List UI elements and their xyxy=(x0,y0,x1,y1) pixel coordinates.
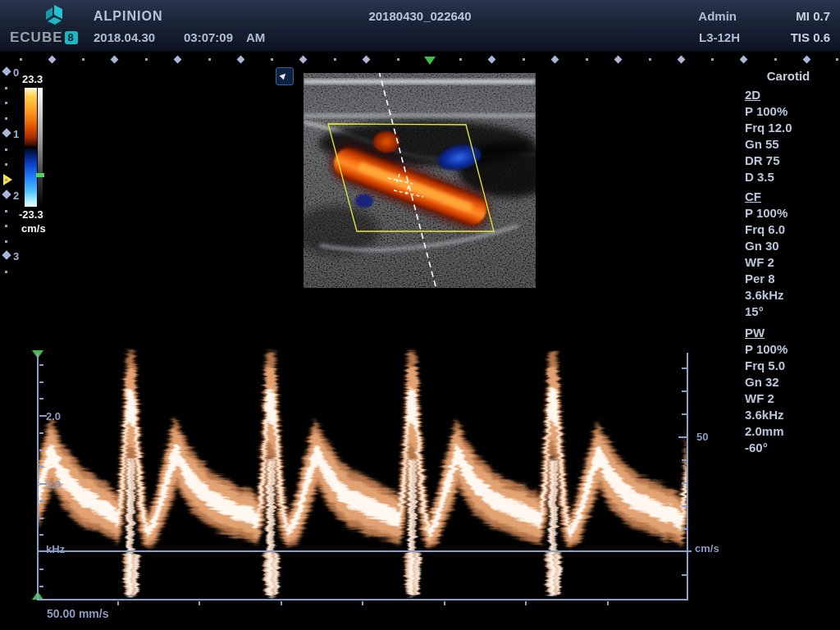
velocity-tick xyxy=(682,413,687,415)
section-title-2d: 2D xyxy=(745,87,838,103)
depth-label-2: 2 xyxy=(13,189,19,202)
ruler-diamond xyxy=(236,56,244,64)
systolic-spike xyxy=(129,558,131,589)
baseline xyxy=(37,550,692,552)
depth-dot xyxy=(5,179,7,181)
date-label: 2018.04.30 xyxy=(94,30,155,44)
ruler-diamond xyxy=(299,56,308,64)
velocity-unit-label: cm/s xyxy=(695,542,719,555)
freq-tick xyxy=(39,568,43,570)
param-section-pw: PW P 100% Frq 5.0 Gn 32 WF 2 3.6kHz 2.0m… xyxy=(745,325,838,456)
param-line: WF 2 xyxy=(745,254,838,271)
ruler-dot xyxy=(20,58,22,61)
ruler-dot xyxy=(586,58,588,61)
colorbar-max: 23.3 xyxy=(22,73,43,85)
freq-tick xyxy=(39,432,43,434)
time-tick xyxy=(607,601,609,605)
preset-label: Carotid xyxy=(742,69,834,83)
ruler-diamond xyxy=(173,56,181,64)
time-tick xyxy=(117,601,119,605)
grayscale-bar xyxy=(38,88,43,207)
ruler-dot xyxy=(397,58,399,61)
depth-diamond xyxy=(2,250,11,259)
ruler-dot xyxy=(271,58,273,61)
param-line: 2.0mm xyxy=(745,423,838,440)
param-line: Gn 55 xyxy=(745,136,838,153)
depth-dot xyxy=(5,271,7,273)
param-line: Gn 30 xyxy=(745,238,838,254)
param-line: Frq 12.0 xyxy=(745,120,838,136)
probe-label: L3-12H xyxy=(699,30,740,44)
ruler-dot xyxy=(649,58,651,61)
logo-badge: 8 xyxy=(65,31,78,44)
time-tick xyxy=(281,601,282,605)
param-section-2d: 2D P 100% Frq 12.0 Gn 55 DR 75 D 3.5 xyxy=(745,87,838,185)
systolic-spike xyxy=(548,459,558,553)
systolic-spike xyxy=(410,558,413,589)
center-marker-icon xyxy=(424,57,436,65)
colorbar-unit: cm/s xyxy=(21,222,46,235)
ruler-dot xyxy=(145,58,148,61)
systolic-spike xyxy=(555,559,557,587)
section-title-cf: CF xyxy=(745,189,838,205)
freq-tick xyxy=(39,364,43,366)
section-title-pw: PW xyxy=(745,325,838,341)
velocity-tick xyxy=(678,436,687,438)
header-bar: ECUBE 8 ALPINION 2018.04.30 03:07:09 AM … xyxy=(0,0,840,52)
systolic-spike xyxy=(551,558,554,589)
depth-dot xyxy=(5,87,7,89)
systolic-spike xyxy=(414,559,416,587)
ruler-dot xyxy=(711,58,714,61)
freq-tick xyxy=(39,534,43,536)
param-line: Per 8 xyxy=(745,271,838,287)
velocity-tick xyxy=(682,528,687,530)
depth-label-3: 3 xyxy=(13,250,19,262)
ruler-diamond xyxy=(740,56,748,64)
ruler-dot xyxy=(774,58,777,61)
ruler-dot xyxy=(208,58,211,61)
systolic-spike xyxy=(266,459,276,553)
time-tick xyxy=(199,601,200,605)
param-line: D 3.5 xyxy=(745,169,838,185)
velocity-tick xyxy=(682,368,687,369)
color-doppler-bar xyxy=(25,88,37,207)
depth-diamond xyxy=(2,66,11,75)
param-line: 15° xyxy=(745,304,838,320)
param-line: -60° xyxy=(745,440,838,456)
param-section-cf: CF P 100% Frq 6.0 Gn 30 WF 2 Per 8 3.6kH… xyxy=(745,189,838,320)
ruler-diamond xyxy=(111,56,119,64)
meridiem-label: AM xyxy=(246,30,265,44)
param-line: P 100% xyxy=(745,341,838,358)
param-line: DR 75 xyxy=(745,153,838,169)
ruler-dot xyxy=(459,58,462,61)
depth-dot xyxy=(5,240,7,243)
param-line: 3.6kHz xyxy=(745,287,838,304)
param-line: WF 2 xyxy=(745,390,838,407)
orientation-icon: ▲ xyxy=(276,67,294,85)
time-tick xyxy=(362,601,363,605)
param-line: P 100% xyxy=(745,103,838,120)
color-blob-orange xyxy=(373,131,399,153)
freq-tick xyxy=(39,450,43,451)
systolic-spike xyxy=(407,459,417,553)
tis-value: TIS 0.6 xyxy=(791,30,830,44)
freq-tick xyxy=(39,398,43,399)
freq-unit-label: kHz xyxy=(46,543,65,555)
ultrasound-screen: ECUBE 8 ALPINION 2018.04.30 03:07:09 AM … xyxy=(0,0,840,630)
param-line: Frq 6.0 xyxy=(745,221,838,238)
ruler-dot xyxy=(334,58,336,61)
time-tick xyxy=(444,601,445,605)
user-label: Admin xyxy=(698,9,737,23)
velocity-tick xyxy=(682,390,687,392)
ruler-dot xyxy=(82,58,84,61)
time-label: 03:07:09 xyxy=(184,30,233,44)
freq-tick xyxy=(39,381,43,383)
systolic-spike xyxy=(133,559,135,587)
depth-label-1: 1 xyxy=(13,128,19,140)
depth-dot xyxy=(5,148,7,151)
sweep-axis xyxy=(37,599,688,600)
param-line: Frq 5.0 xyxy=(745,358,838,374)
systolic-spike xyxy=(269,558,272,589)
systolic-spike xyxy=(126,459,135,553)
spectral-waveform xyxy=(37,348,687,600)
